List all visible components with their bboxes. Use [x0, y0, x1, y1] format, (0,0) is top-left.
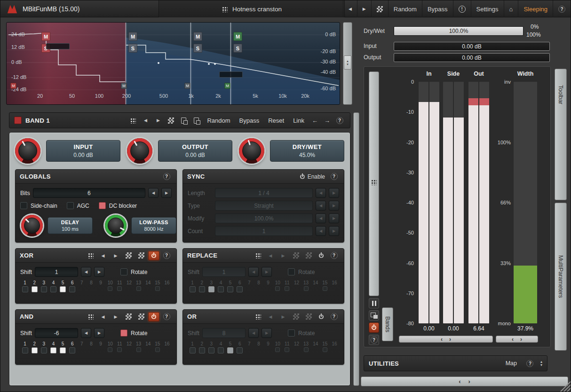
or-rotate-checkbox[interactable]: Rotate [288, 329, 315, 337]
or-bit-15-checkbox[interactable] [323, 347, 327, 352]
bypass-button[interactable]: Bypass [422, 0, 453, 17]
replace-bit-5-checkbox[interactable] [227, 286, 233, 292]
xor-bit-6-checkbox[interactable] [69, 286, 75, 292]
bits-decrement-button[interactable]: ◀ [148, 188, 159, 198]
or-help-button[interactable]: ? [328, 312, 340, 321]
xor-shift-increment-button[interactable]: ▶ [94, 267, 104, 277]
sync-help-button[interactable]: ? [328, 172, 340, 181]
next-preset-button[interactable]: ▶ [357, 0, 371, 17]
band-previous-button[interactable]: ◀ [140, 116, 151, 125]
drywet-value-panel[interactable]: DRY/WET 45.0% [270, 140, 344, 162]
and-next-button[interactable]: ▶ [110, 312, 121, 321]
or-menu-button[interactable] [252, 312, 263, 321]
or-shift-decrement-button[interactable]: ◀ [248, 328, 259, 338]
or-bit-10-checkbox[interactable] [275, 347, 280, 352]
and-bit-1-checkbox[interactable] [22, 347, 28, 353]
curve-node[interactable] [214, 63, 216, 65]
and-bit-11-checkbox[interactable] [117, 347, 122, 352]
and-bit-6-checkbox[interactable] [69, 347, 75, 353]
compare-button[interactable] [369, 310, 379, 321]
xor-next-button[interactable]: ▶ [110, 251, 121, 260]
xor-shift-slider[interactable]: 1 [35, 267, 78, 277]
dc-blocker-checkbox[interactable]: DC blocker [99, 202, 137, 209]
and-menu-button[interactable] [85, 312, 96, 321]
band-redo-button[interactable]: → [322, 117, 333, 124]
and-bit-2-checkbox[interactable] [32, 347, 38, 353]
band-2-side-marker[interactable]: S [128, 44, 137, 53]
alert-button[interactable]: ! [453, 0, 471, 17]
map-button[interactable]: Map [503, 360, 520, 367]
bits-increment-button[interactable]: ▶ [161, 188, 172, 198]
replace-bit-1-checkbox[interactable] [190, 286, 196, 292]
sync-type-slider[interactable]: Straight [215, 201, 313, 211]
meter-zoom-scrollbar[interactable] [369, 71, 379, 296]
curve-node[interactable] [158, 62, 159, 64]
or-previous-button[interactable]: ◀ [265, 312, 276, 321]
xor-randomize-button[interactable] [135, 251, 147, 260]
or-shift-slider[interactable]: 8 [202, 328, 246, 338]
or-randomize-button[interactable] [303, 312, 314, 321]
pause-button[interactable] [369, 298, 379, 308]
or-bit-1-checkbox[interactable] [190, 347, 196, 353]
drywet-knob[interactable] [239, 138, 264, 164]
output-knob[interactable] [127, 138, 152, 164]
settings-button[interactable]: Settings [471, 0, 504, 17]
sync-length-decrement-button[interactable]: ◀ [316, 188, 326, 198]
band-menu-button[interactable] [127, 116, 138, 125]
preset-browser-button[interactable] [371, 0, 388, 17]
xor-bit-10-checkbox[interactable] [108, 286, 112, 291]
sync-length-slider[interactable]: 1 / 4 [215, 188, 313, 198]
band-3-side-marker[interactable]: S [193, 44, 202, 53]
width-h-scrollbar[interactable]: ‹› [496, 336, 538, 343]
and-shift-increment-button[interactable]: ▶ [94, 328, 104, 338]
replace-bit-10-checkbox[interactable] [275, 286, 280, 291]
replace-bit-2-checkbox[interactable] [199, 286, 205, 292]
xor-help-button[interactable]: ? [161, 251, 172, 260]
sync-modify-decrement-button[interactable]: ◀ [316, 213, 326, 223]
xor-menu-button[interactable] [85, 251, 96, 260]
output-value-panel[interactable]: OUTPUT 0.00 dB [158, 140, 232, 162]
band-next-button[interactable]: ▶ [152, 116, 164, 125]
or-bit-5-checkbox[interactable] [227, 347, 233, 353]
and-power-button[interactable] [148, 312, 159, 321]
sleeping-button[interactable]: Sleeping [518, 0, 553, 17]
band-4-mid-marker[interactable]: M [233, 32, 242, 41]
input-knob[interactable] [15, 138, 40, 164]
sync-modify-increment-button[interactable]: ▶ [329, 213, 339, 223]
and-shift-slider[interactable]: -6 [35, 328, 78, 338]
band-1-mid-marker[interactable]: M [41, 32, 50, 41]
utilities-collapse-button[interactable]: ▴▾ [540, 360, 542, 367]
or-shift-increment-button[interactable]: ▶ [262, 328, 272, 338]
band-mode-chip[interactable]: M [184, 83, 190, 89]
replace-shift-decrement-button[interactable]: ◀ [248, 267, 259, 277]
band-mode-chip[interactable]: M [224, 83, 230, 89]
and-presets-button[interactable] [123, 312, 134, 321]
xor-bit-5-checkbox[interactable] [60, 286, 66, 292]
xor-bit-13-checkbox[interactable] [136, 286, 141, 291]
home-button[interactable]: ⌂ [504, 0, 518, 17]
xor-bit-4-checkbox[interactable] [50, 286, 56, 292]
or-bit-13-checkbox[interactable] [304, 347, 309, 352]
xor-bit-15-checkbox[interactable] [155, 286, 160, 291]
band-boundary-line[interactable] [190, 23, 191, 104]
band-undo-button[interactable]: ← [309, 117, 320, 124]
lowpass-knob[interactable] [105, 215, 127, 236]
replace-bit-6-checkbox[interactable] [237, 286, 243, 292]
or-bit-6-checkbox[interactable] [237, 347, 243, 353]
xor-bit-1-checkbox[interactable] [22, 286, 28, 292]
band-presets-button[interactable] [165, 116, 176, 125]
spectrum-zoom-handle[interactable]: ▴▾ [344, 55, 351, 70]
input-value-panel[interactable]: INPUT 0.00 dB [46, 140, 120, 162]
utilities-help-button[interactable]: ? [524, 359, 536, 368]
xor-rotate-checkbox[interactable]: Rotate [120, 268, 147, 275]
replace-menu-button[interactable] [252, 251, 263, 260]
band-bypass-button[interactable]: Bypass [236, 117, 263, 124]
spectrum-zoom-scrollbar[interactable]: ▴▾ [343, 22, 352, 105]
previous-preset-button[interactable]: ◀ [343, 0, 357, 17]
replace-rotate-checkbox[interactable]: Rotate [288, 268, 315, 275]
lowpass-value-panel[interactable]: LOW-PASS 8000 Hz [131, 217, 176, 234]
band-panel-scrollbar[interactable] [353, 112, 359, 386]
or-power-button[interactable] [316, 312, 327, 321]
and-rotate-checkbox[interactable]: Rotate [120, 329, 147, 337]
help-button[interactable]: ? [553, 0, 571, 17]
